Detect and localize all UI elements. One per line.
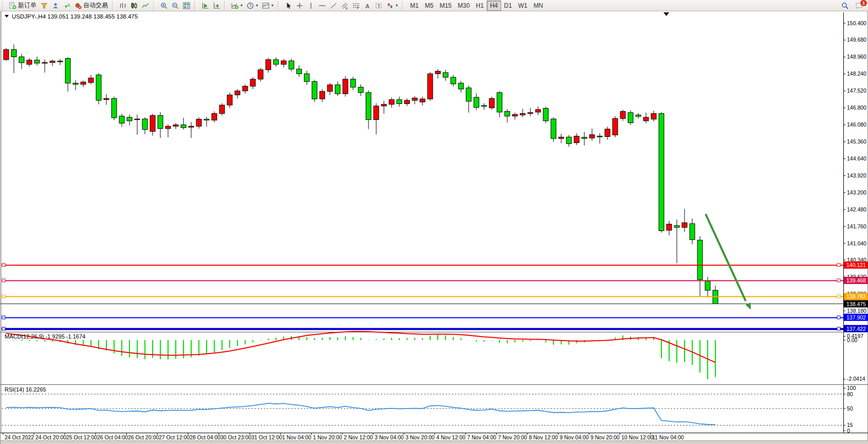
svg-text:F: F [357,6,359,9]
price-tick-label: 148.960 [847,54,866,60]
timeframe-button-h1[interactable]: H1 [473,1,487,11]
hline-138.783-handle[interactable] [2,295,5,298]
toolbar-grip [2,2,6,10]
rsi-axis-label: 0 [847,428,850,434]
dropdown-arrow-icon[interactable]: ▾ [271,3,273,8]
timeframe-button-m15[interactable]: M15 [436,1,454,11]
fibonacci-button[interactable]: F [350,1,362,11]
crosshair-button[interactable] [294,1,305,11]
new-order-button-label: 新订单 [18,1,36,10]
autoscroll-icon [213,2,220,9]
indicators-button[interactable]: ▾ [229,1,245,11]
timeframe-button-w1[interactable]: W1 [515,1,530,11]
autotrade-button[interactable]: 自动交易 [72,1,110,11]
hline-139.468-handle[interactable] [837,279,840,282]
publish-button[interactable] [39,1,50,11]
arrows-icon [386,2,394,9]
autotrade-icon [75,2,82,9]
zoom-out-button[interactable] [170,1,181,11]
periods-button[interactable]: ▾ [245,1,260,11]
channel-button[interactable]: E [339,1,350,11]
date-tick-label: 27 Oct 12:00 [159,434,190,440]
price-tick-label: 143.920 [847,172,866,179]
toolbar-grip [153,2,157,10]
chart-shift-button[interactable] [199,1,211,11]
hline-button[interactable] [317,1,328,11]
rsi-axis-label: 80 [847,391,853,397]
chart-window: 150.400149.680148.960148.240147.520146.8… [0,11,868,444]
price-tick-label: 143.200 [847,189,866,196]
date-tick-label: 30 Oct 23:00 [220,434,251,440]
new-order-icon [9,2,16,9]
price-tick-label: 146.080 [847,121,866,128]
signal-icon [63,2,70,9]
auto-scroll-button[interactable] [211,1,222,11]
timeframe-button-m30[interactable]: M30 [455,1,473,11]
channel-icon: E [341,2,348,9]
price-tick-label: 141.040 [847,240,866,246]
hline-137.422-handle[interactable] [2,327,5,330]
date-tick-label: 24 Oct 20:00 [35,434,66,440]
vline-button[interactable] [305,1,317,11]
price-badge-label: 137.422 [846,326,866,332]
hline-137.902-handle[interactable] [837,316,840,319]
date-tick-label: 8 Nov 12:00 [529,434,558,440]
crosshair-icon [296,2,303,9]
hline-140.121-handle[interactable] [2,263,5,267]
timeframe-button-m1[interactable]: M1 [407,1,422,11]
chart-plot-area[interactable] [1,11,843,433]
date-tick-label: 9 Nov 20:00 [590,434,620,440]
hline-139.468-handle[interactable] [2,279,5,282]
profile-icon [52,2,59,9]
toolbar-grip [112,2,116,10]
cursor-button[interactable] [283,1,294,11]
tile-icon [183,2,190,9]
tile-windows-button[interactable] [181,1,192,11]
timeframe-button-m5[interactable]: M5 [422,1,437,11]
hline-137.902-handle[interactable] [2,316,5,319]
community-button[interactable] [50,1,61,11]
dropdown-arrow-icon[interactable]: ▾ [396,3,398,8]
text-label-button[interactable]: T [373,1,384,11]
line-chart-button[interactable] [140,1,151,11]
fibo-icon: F [353,2,360,9]
hline-138.783-handle[interactable] [837,295,840,298]
price-badge-label: 139.468 [846,277,866,283]
trendline-button[interactable] [328,1,339,11]
macd-label: MACD(12,26,9) -1.9295 -1.1674 [5,333,85,340]
price-tick-label: 145.360 [847,138,866,145]
date-tick-label: 10 Nov 12:00 [621,434,654,440]
hline-icon [319,2,326,9]
toolbar-grip [402,2,405,10]
date-tick-label: 2 Nov 12:00 [344,434,373,440]
chart-canvas[interactable]: 150.400149.680148.960148.240147.520146.8… [1,11,868,441]
hline-137.422-handle[interactable] [837,327,840,330]
text-button[interactable]: A [362,1,373,11]
timeframe-button-d1[interactable]: D1 [501,1,515,11]
templates-button[interactable]: ▾ [260,1,275,11]
toolbar-grip [224,2,228,10]
zoom-in-button[interactable] [158,1,170,11]
bar-chart-button[interactable] [117,1,128,11]
hline-140.121-handle[interactable] [837,263,840,267]
search-button[interactable] [839,1,851,11]
status-strip [1,440,868,444]
date-tick-label: 4 Nov 12:00 [436,434,466,440]
dropdown-arrow-icon[interactable]: ▾ [241,3,243,8]
price-tick-label: 146.800 [847,104,866,111]
date-tick-label: 9 Nov 04:00 [560,434,589,440]
new-order-button[interactable]: 新订单 [7,1,39,11]
timeframe-button-mn[interactable]: MN [530,1,546,11]
timeframe-button-h4[interactable]: H4 [487,1,501,11]
date-tick-label: 11 Nov 04:00 [652,434,684,440]
price-badge-label: 138.475 [846,301,866,307]
candle-chart-button[interactable] [128,1,140,11]
dropdown-arrow-icon[interactable]: ▾ [256,3,258,8]
date-tick-label: 1 Nov 04:00 [282,434,311,440]
signals-button[interactable] [61,1,72,11]
arrows-button[interactable]: ▾ [384,1,400,11]
rsi-axis-label: 50 [847,405,853,412]
zoom-in-icon [160,2,168,9]
clock-icon [247,2,254,9]
svg-text:A: A [365,3,370,9]
